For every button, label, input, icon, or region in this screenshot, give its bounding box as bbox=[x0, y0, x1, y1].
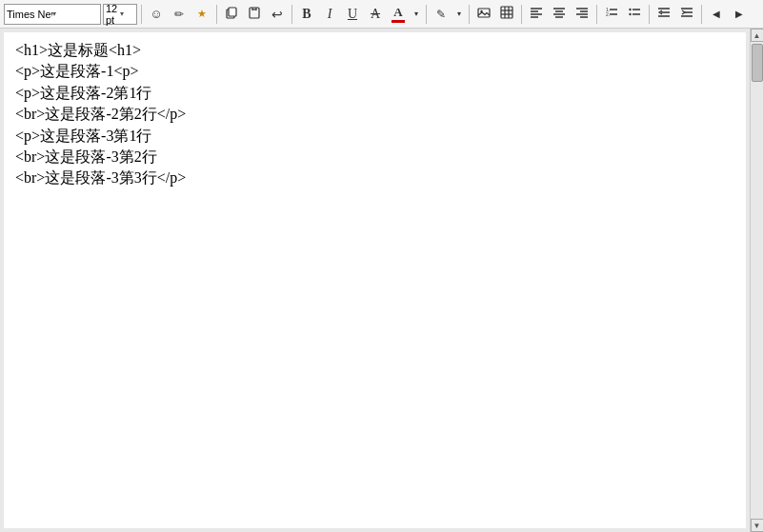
highlight-dropdown[interactable]: ▾ bbox=[453, 4, 465, 25]
strikethrough-button[interactable]: A bbox=[365, 4, 386, 25]
separator-7 bbox=[596, 5, 597, 24]
font-size-selector[interactable]: 12 pt ▾ bbox=[103, 4, 137, 25]
align-center-button[interactable] bbox=[549, 4, 570, 25]
align-right-icon bbox=[575, 6, 589, 22]
toolbar: Times New R ▾ 12 pt ▾ ☺ ✏ ★ bbox=[0, 0, 763, 29]
font-size-dropdown-arrow[interactable]: ▾ bbox=[120, 10, 134, 18]
highlight-button[interactable]: ✎ bbox=[431, 4, 452, 25]
eraser-icon: ✏ bbox=[174, 8, 184, 21]
copy-button[interactable] bbox=[221, 4, 242, 25]
bullet-list-icon bbox=[628, 6, 641, 22]
strikethrough-icon: A bbox=[371, 7, 380, 22]
scroll-thumb[interactable] bbox=[752, 44, 763, 82]
emoticon-icon: ☺ bbox=[150, 7, 162, 21]
undo-button[interactable]: ↩ bbox=[267, 4, 288, 25]
separator-4 bbox=[426, 5, 427, 24]
svg-point-29 bbox=[629, 9, 631, 10]
highlight-dropdown-arrow: ▾ bbox=[457, 10, 461, 18]
insert-table-button[interactable] bbox=[496, 4, 517, 25]
scroll-up-arrow[interactable]: ▲ bbox=[751, 29, 764, 42]
svg-rect-6 bbox=[478, 9, 490, 17]
bold-button[interactable]: B bbox=[296, 4, 317, 25]
font-name-value: Times New R bbox=[7, 9, 52, 20]
tool-button[interactable]: ★ bbox=[191, 4, 212, 25]
font-name-selector[interactable]: Times New R ▾ bbox=[4, 4, 101, 25]
scroll-toolbar-left-button[interactable]: ◀ bbox=[706, 4, 727, 25]
bullet-list-button[interactable] bbox=[624, 4, 645, 25]
separator-1 bbox=[141, 5, 142, 24]
scroll-toolbar-right-icon: ▶ bbox=[735, 9, 743, 19]
underline-button[interactable]: U bbox=[342, 4, 363, 25]
font-color-button[interactable]: A bbox=[388, 4, 409, 25]
font-color-icon: A bbox=[392, 5, 405, 23]
paste-icon bbox=[248, 6, 261, 22]
separator-2 bbox=[216, 5, 217, 24]
italic-button[interactable]: I bbox=[319, 4, 340, 25]
undo-icon: ↩ bbox=[271, 7, 283, 22]
highlight-icon: ✎ bbox=[436, 8, 446, 21]
bold-icon: B bbox=[302, 7, 311, 22]
eraser-button[interactable]: ✏ bbox=[169, 4, 190, 25]
numbered-list-icon: 1. 2. bbox=[605, 6, 618, 22]
separator-6 bbox=[521, 5, 522, 24]
separator-5 bbox=[469, 5, 470, 24]
svg-rect-1 bbox=[229, 8, 236, 16]
font-color-dropdown-arrow: ▾ bbox=[414, 10, 418, 18]
align-right-button[interactable] bbox=[572, 4, 592, 25]
separator-3 bbox=[291, 5, 292, 24]
align-center-icon bbox=[552, 6, 566, 22]
separator-9 bbox=[701, 5, 702, 24]
indent-increase-icon bbox=[680, 6, 693, 22]
editor-content[interactable]: <h1>这是标题<h1> <p>这是段落-1<p> <p>这是段落-2第1行 <… bbox=[4, 32, 746, 528]
tool-icon: ★ bbox=[197, 8, 207, 20]
indent-increase-button[interactable] bbox=[676, 4, 697, 25]
separator-8 bbox=[649, 5, 650, 24]
svg-text:2.: 2. bbox=[606, 11, 610, 17]
font-size-value: 12 pt bbox=[106, 3, 120, 26]
font-color-dropdown[interactable]: ▾ bbox=[411, 4, 422, 25]
indent-decrease-icon bbox=[657, 6, 671, 22]
copy-icon bbox=[225, 6, 238, 22]
insert-table-icon bbox=[500, 6, 513, 22]
svg-point-31 bbox=[629, 13, 631, 15]
align-left-icon bbox=[530, 6, 543, 22]
numbered-list-button[interactable]: 1. 2. bbox=[601, 4, 622, 25]
font-name-dropdown-arrow[interactable]: ▾ bbox=[52, 10, 98, 18]
editor-wrapper: <h1>这是标题<h1> <p>这是段落-1<p> <p>这是段落-2第1行 <… bbox=[0, 29, 763, 532]
scroll-down-arrow[interactable]: ▼ bbox=[751, 519, 764, 532]
paste-button[interactable] bbox=[244, 4, 265, 25]
insert-image-button[interactable] bbox=[473, 4, 494, 25]
insert-image-icon bbox=[477, 6, 491, 22]
indent-decrease-button[interactable] bbox=[653, 4, 674, 25]
underline-icon: U bbox=[348, 7, 357, 22]
italic-icon: I bbox=[328, 7, 332, 22]
scroll-toolbar-left-icon: ◀ bbox=[713, 9, 720, 19]
align-left-button[interactable] bbox=[526, 4, 547, 25]
scroll-toolbar-right-button[interactable]: ▶ bbox=[729, 4, 750, 25]
vertical-scrollbar[interactable]: ▲ ▼ bbox=[750, 29, 763, 532]
emoticon-button[interactable]: ☺ bbox=[146, 4, 167, 25]
scroll-track[interactable] bbox=[751, 42, 763, 519]
svg-rect-8 bbox=[501, 7, 512, 18]
